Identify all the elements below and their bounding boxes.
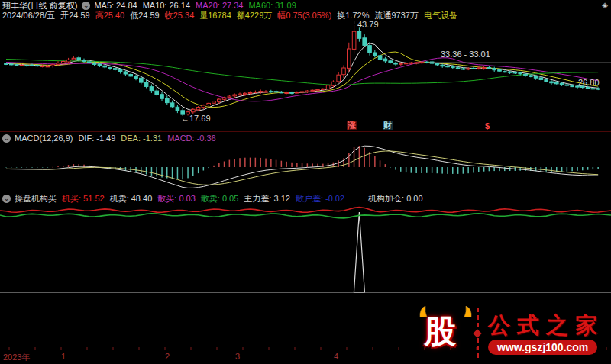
close-label: 收25.34 <box>165 11 195 21</box>
ma20-label: MA20: 27.34 <box>196 1 243 10</box>
axis-month-label: 1 <box>61 352 66 361</box>
panel-divider <box>0 131 611 132</box>
indicator-title: 操盘机构买 <box>15 194 57 203</box>
collapse-macd-icon[interactable]: ⌄ <box>2 134 11 143</box>
stock-title: 翔丰华(日线 前复权) <box>2 1 77 11</box>
ma10-label: MA10: 26.14 <box>143 1 190 10</box>
ma60-label: MA60: 31.09 <box>248 1 296 10</box>
watermark-dollar: $ <box>484 121 490 130</box>
sanmai-label: 散买: 0.03 <box>157 194 196 203</box>
level-price-label: 33.36 - 33.01 <box>441 50 490 59</box>
volume-label: 量16784 <box>199 11 231 21</box>
watermark-zhang: 涨 <box>347 121 357 130</box>
jigou-jiacang-label: 机构加仓: 0.00 <box>368 194 423 203</box>
industry-label: 电气设备 <box>424 11 457 21</box>
collapse-main-icon[interactable]: ⌄ <box>82 2 90 10</box>
macd-header: ⌄ MACD(12,26,9)DIF: -1.49DEA: -1.31MACD:… <box>2 134 221 143</box>
watermark-cai: 财 <box>383 121 393 130</box>
macd-title: MACD(12,26,9) <box>15 134 73 143</box>
bull-horn-right-icon <box>462 306 472 317</box>
dea-label: DEA: -1.31 <box>121 134 162 143</box>
site-logo: 股 公式之家 www.gszj100.com <box>418 304 605 362</box>
axis-month-label: 2 <box>165 352 170 361</box>
low-price-label: ←17.69 <box>181 114 211 123</box>
date-label: 2024/06/28/五 <box>2 11 55 21</box>
main-candlestick-chart[interactable] <box>0 21 611 132</box>
logo-gu-mark: 股 <box>424 312 456 352</box>
corner-diamond-icon[interactable]: ◈ <box>602 1 608 9</box>
sanmai-sell-label: 散卖: 0.05 <box>201 194 239 203</box>
logo-divider <box>477 308 479 358</box>
peak-price-label: 43.79 <box>357 20 379 29</box>
header-line-1: 翔丰华(日线 前复权) ⌄ MA5: 24.84MA10: 26.14MA20:… <box>2 1 302 11</box>
logo-site-name: 公式之家 <box>488 311 604 341</box>
float-label: 流通9737万 <box>374 11 418 21</box>
right-price-label: 26.80 <box>578 78 600 87</box>
indicator-labels: 操盘机构买机买: 51.52机卖: 48.40散买: 0.03散卖: 0.05主… <box>15 194 428 204</box>
zhuli-diff-label: 主力差: 3.12 <box>244 194 290 203</box>
axis-year-label: 2023年 <box>3 352 30 363</box>
panel-divider-2 <box>0 192 611 192</box>
ma-labels: MA5: 24.84MA10: 26.14MA20: 27.34MA60: 31… <box>94 1 301 11</box>
open-label: 开24.59 <box>60 11 90 21</box>
macd-chart[interactable] <box>0 144 611 192</box>
macd-labels: MACD(12,26,9)DIF: -1.49DEA: -1.31MACD: -… <box>15 134 221 143</box>
low-label: 低24.59 <box>130 11 160 21</box>
collapse-indicator-icon[interactable]: ⌄ <box>2 195 11 203</box>
logo-site-url[interactable]: www.gszj100.com <box>488 340 597 355</box>
axis-month-label: 4 <box>334 352 338 361</box>
amount-label: 额4229万 <box>237 11 272 21</box>
macd-label: MACD: -0.36 <box>167 134 216 143</box>
quote-info-line: 2024/06/28/五开24.59高25.40低24.59收25.34量167… <box>2 11 463 21</box>
change-label: 幅0.75(3.05%) <box>277 11 331 21</box>
high-label: 高25.40 <box>95 11 125 21</box>
sanhu-diff-label: 散户差: -0.02 <box>296 194 344 203</box>
jimai-label: 机买: 51.52 <box>62 194 105 203</box>
axis-month-label: 3 <box>235 352 240 361</box>
dif-label: DIF: -1.49 <box>78 134 115 143</box>
ma5-label: MA5: 24.84 <box>94 1 137 10</box>
jimai-sell-label: 机卖: 48.40 <box>110 194 153 203</box>
indicator-header: ⌄ 操盘机构买机买: 51.52机卖: 48.40散买: 0.03散卖: 0.0… <box>2 194 428 204</box>
stock-app-window: 翔丰华(日线 前复权) ⌄ MA5: 24.84MA10: 26.14MA20:… <box>0 0 611 364</box>
